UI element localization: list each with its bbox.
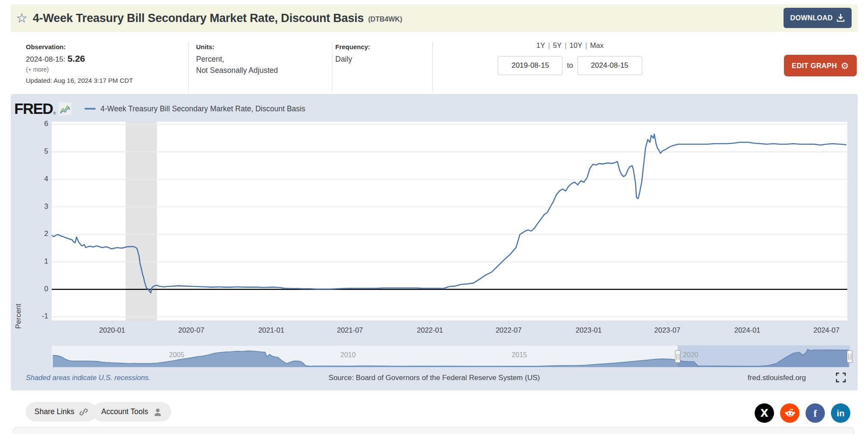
social-buttons: 𝗫 f in: [755, 403, 850, 423]
date-range-row: to: [444, 56, 696, 75]
x-tick-label: 2023-07: [648, 326, 687, 334]
divider: [188, 42, 189, 91]
x-tick-mark: [509, 321, 509, 324]
range-links: 1Y|5Y|10Y|Max: [444, 41, 696, 50]
legend-line-swatch: [84, 108, 96, 110]
x-axis: 2020-012020-072021-012021-072022-012022-…: [52, 321, 847, 339]
x-tick-mark: [350, 321, 350, 324]
info-row: Observation: 2024-08-15: 5.26 (+ more) U…: [11, 32, 858, 94]
reddit-icon[interactable]: [780, 403, 799, 423]
edit-graph-label: EDIT GRAPH: [792, 62, 837, 70]
divider: [332, 42, 332, 91]
frequency-block: Frequency: Daily: [335, 43, 370, 65]
date-to-input[interactable]: [578, 56, 642, 75]
slider-year-label: 2015: [506, 351, 532, 359]
range-link-10y[interactable]: 10Y: [570, 41, 582, 49]
x-tick-label: 2024-01: [728, 326, 767, 334]
observation-value-line: 2024-08-15: 5.26: [26, 53, 133, 64]
observation-value: 5.26: [67, 53, 85, 63]
page-title: 4-Week Treasury Bill Secondary Market Ra…: [33, 12, 364, 25]
units-line1: Percent,: [196, 53, 278, 65]
y-tick-label: 6: [44, 120, 48, 128]
slider-year-label: 2005: [164, 351, 190, 359]
person-icon: [153, 407, 162, 417]
more-link[interactable]: (+ more): [26, 66, 133, 73]
legend-label: 4-Week Treasury Bill Secondary Market Ra…: [100, 104, 305, 113]
frequency-label: Frequency:: [335, 43, 370, 50]
facebook-icon[interactable]: f: [806, 403, 825, 423]
divider: [432, 42, 433, 91]
series-id: (DTB4WK): [368, 16, 402, 23]
fred-logo[interactable]: FRED: [14, 100, 53, 117]
x-tick-mark: [588, 321, 589, 324]
y-tick-label: 4: [44, 175, 48, 183]
next-section-top-edge: [13, 427, 854, 434]
date-from-input[interactable]: [498, 56, 562, 75]
graph-header: FRED ® 4-Week Treasury Bill Secondary Ma…: [14, 99, 305, 118]
edit-graph-button[interactable]: EDIT GRAPH ⚙: [784, 55, 857, 76]
data-line: [52, 134, 846, 293]
fred-logo-reg: ®: [53, 111, 56, 116]
account-tools-label: Account Tools: [101, 407, 148, 416]
x-tick-mark: [430, 321, 430, 324]
slider-right-handle[interactable]: [847, 350, 852, 363]
range-slider[interactable]: 2005201020152020: [52, 345, 850, 367]
y-tick-label: 5: [44, 147, 48, 156]
y-tick-labels: 6543210-1: [31, 122, 48, 321]
download-button-label: DOWNLOAD: [790, 14, 833, 22]
download-icon: [837, 14, 845, 22]
x-tick-mark: [112, 321, 112, 324]
range-area: 1Y|5Y|10Y|Max to: [444, 32, 696, 75]
x-twitter-icon[interactable]: 𝗫: [755, 403, 774, 423]
units-line2: Not Seasonally Adjusted: [196, 65, 278, 76]
x-tick-mark: [271, 321, 272, 324]
to-label: to: [567, 61, 573, 70]
favorite-star-icon[interactable]: ☆: [16, 12, 28, 25]
chart-plot-area[interactable]: [52, 122, 847, 321]
frequency-value: Daily: [335, 53, 370, 65]
graph-panel: FRED ® 4-Week Treasury Bill Secondary Ma…: [11, 94, 858, 390]
download-button[interactable]: DOWNLOAD: [784, 8, 852, 28]
x-tick-label: 2020-01: [93, 326, 131, 334]
y-tick-label: 0: [44, 285, 48, 293]
site-link: fred.stlouisfed.org: [748, 374, 806, 382]
y-tick-label: 2: [44, 230, 48, 238]
updated-line: Updated: Aug 16, 2024 3:17 PM CDT: [26, 77, 133, 84]
x-tick-label: 2022-07: [489, 326, 528, 334]
x-tick-mark: [191, 321, 191, 324]
slider-year-label: 2020: [678, 351, 703, 359]
linkedin-icon[interactable]: in: [831, 403, 850, 423]
main-chart-svg: [52, 122, 847, 321]
x-tick-label: 2023-01: [569, 326, 608, 334]
range-link-1y[interactable]: 1Y: [537, 41, 545, 49]
x-tick-mark: [667, 321, 668, 324]
y-axis-title: Percent: [14, 282, 23, 351]
y-tick-label: 1: [44, 257, 48, 266]
account-tools-button[interactable]: Account Tools: [93, 402, 171, 421]
x-tick-mark: [747, 321, 747, 324]
observation-date: 2024-08-15:: [26, 55, 66, 63]
share-links-button[interactable]: Share Links: [26, 402, 97, 421]
y-tick-label: -1: [42, 312, 48, 321]
range-link-max[interactable]: Max: [590, 41, 603, 49]
x-tick-label: 2021-01: [252, 326, 290, 334]
source-note: Source: Board of Governors of the Federa…: [11, 374, 858, 382]
fred-chart-icon: [59, 102, 72, 115]
range-link-5y[interactable]: 5Y: [553, 41, 562, 49]
observation-label: Observation:: [26, 43, 133, 50]
gear-icon: ⚙: [841, 61, 849, 70]
range-separator: |: [565, 41, 566, 49]
slider-year-label: 2010: [335, 351, 361, 359]
x-tick-label: 2021-07: [331, 326, 369, 334]
x-tick-label: 2020-07: [172, 326, 211, 334]
reddit-alien-glyph: [784, 407, 796, 420]
x-tick-label: 2022-01: [411, 326, 450, 334]
range-separator: |: [548, 41, 550, 49]
fullscreen-icon[interactable]: [835, 372, 846, 383]
y-tick-label: 3: [44, 202, 48, 211]
title-bar: ☆ 4-Week Treasury Bill Secondary Market …: [11, 4, 858, 32]
fred-series-page: ☆ 4-Week Treasury Bill Secondary Market …: [0, 0, 868, 434]
link-icon: [79, 407, 88, 417]
graph-footer: Shaded areas indicate U.S. recessions. S…: [11, 370, 858, 387]
share-links-label: Share Links: [34, 407, 74, 416]
